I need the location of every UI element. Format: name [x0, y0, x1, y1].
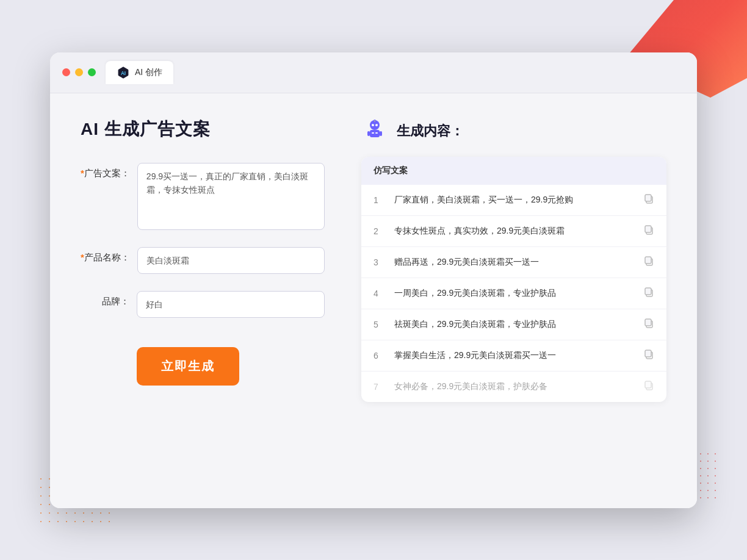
svg-point-6 — [372, 124, 374, 126]
row-text-6: 掌握美白生活，29.9元美白淡斑霜买一送一 — [394, 349, 635, 362]
results-column-header: 仿写文案 — [361, 157, 666, 185]
results-table: 仿写文案 1厂家直销，美白淡斑霜，买一送一，29.9元抢购2专抹女性斑点，真实功… — [361, 157, 666, 402]
svg-rect-16 — [645, 226, 651, 232]
robot-icon — [361, 118, 388, 145]
svg-rect-11 — [372, 132, 374, 134]
row-num-6: 6 — [374, 351, 386, 361]
row-num-1: 1 — [374, 195, 386, 205]
row-text-2: 专抹女性斑点，真实功效，29.9元美白淡斑霜 — [394, 224, 635, 237]
brand-input[interactable] — [137, 291, 325, 318]
right-panel: 生成内容： 仿写文案 1厂家直销，美白淡斑霜，买一送一，29.9元抢购2专抹女性… — [361, 118, 666, 478]
output-title: 生成内容： — [397, 122, 464, 140]
svg-rect-4 — [367, 131, 370, 136]
result-row-5: 5祛斑美白，29.9元美白淡斑霜，专业护肤品 — [361, 309, 666, 340]
svg-rect-22 — [645, 319, 651, 326]
ai-tab-icon: AI — [117, 66, 130, 79]
row-num-2: 2 — [374, 226, 386, 236]
close-button[interactable] — [62, 68, 70, 76]
svg-point-7 — [375, 124, 378, 126]
left-panel: AI 生成广告文案 *广告文案： *产品名称： 品牌： 立 — [81, 118, 325, 478]
copy-button-7[interactable] — [643, 380, 654, 393]
svg-rect-8 — [373, 123, 377, 124]
page-title: AI 生成广告文案 — [81, 118, 325, 141]
row-num-7: 7 — [374, 382, 386, 392]
ad-copy-input[interactable] — [137, 163, 325, 230]
svg-text:AI: AI — [121, 70, 126, 76]
ai-tab[interactable]: AI AI 创作 — [106, 61, 173, 84]
svg-rect-24 — [645, 350, 651, 357]
copy-button-1[interactable] — [643, 193, 654, 207]
row-num-4: 4 — [374, 289, 386, 298]
svg-rect-12 — [375, 132, 378, 134]
results-list: 1厂家直销，美白淡斑霜，买一送一，29.9元抢购2专抹女性斑点，真实功效，29.… — [361, 185, 666, 402]
result-row-2: 2专抹女性斑点，真实功效，29.9元美白淡斑霜 — [361, 216, 666, 247]
row-num-5: 5 — [374, 320, 386, 329]
svg-rect-26 — [645, 381, 651, 388]
output-header: 生成内容： — [361, 118, 666, 145]
row-text-1: 厂家直销，美白淡斑霜，买一送一，29.9元抢购 — [394, 193, 635, 206]
main-content: AI 生成广告文案 *广告文案： *产品名称： 品牌： 立 — [50, 93, 697, 508]
svg-rect-20 — [645, 288, 651, 295]
brand-group: 品牌： — [81, 291, 325, 318]
svg-rect-5 — [380, 131, 382, 136]
row-text-3: 赠品再送，29.9元美白淡斑霜买一送一 — [394, 256, 635, 268]
row-text-5: 祛斑美白，29.9元美白淡斑霜，专业护肤品 — [394, 318, 635, 331]
browser-window: AI AI 创作 AI 生成广告文案 *广告文案： *产品名称： — [50, 52, 697, 508]
svg-rect-18 — [645, 257, 651, 264]
svg-rect-3 — [370, 130, 380, 137]
maximize-button[interactable] — [88, 68, 96, 76]
product-name-label: *产品名称： — [81, 247, 130, 264]
copy-button-4[interactable] — [643, 287, 654, 300]
result-row-7: 7女神必备，29.9元美白淡斑霜，护肤必备 — [361, 372, 666, 402]
copy-button-5[interactable] — [643, 318, 654, 331]
result-row-6: 6掌握美白生活，29.9元美白淡斑霜买一送一 — [361, 340, 666, 372]
row-text-7: 女神必备，29.9元美白淡斑霜，护肤必备 — [394, 380, 635, 393]
row-num-3: 3 — [374, 257, 386, 267]
copy-button-2[interactable] — [643, 224, 654, 238]
brand-label: 品牌： — [81, 291, 129, 307]
minimize-button[interactable] — [75, 68, 83, 76]
window-controls — [62, 68, 96, 76]
result-row-1: 1厂家直销，美白淡斑霜，买一送一，29.9元抢购 — [361, 185, 666, 216]
result-row-3: 3赠品再送，29.9元美白淡斑霜买一送一 — [361, 247, 666, 278]
copy-button-6[interactable] — [643, 349, 654, 362]
generate-button[interactable]: 立即生成 — [137, 347, 239, 386]
ad-copy-group: *广告文案： — [81, 163, 325, 230]
ad-copy-label: *广告文案： — [81, 163, 130, 179]
copy-button-3[interactable] — [643, 256, 654, 269]
tab-label: AI 创作 — [135, 67, 162, 78]
product-name-input[interactable] — [137, 247, 325, 274]
result-row-4: 4一周美白，29.9元美白淡斑霜，专业护肤品 — [361, 278, 666, 309]
row-text-4: 一周美白，29.9元美白淡斑霜，专业护肤品 — [394, 287, 635, 300]
product-name-group: *产品名称： — [81, 247, 325, 274]
svg-rect-14 — [645, 195, 651, 201]
title-bar: AI AI 创作 — [50, 52, 697, 93]
